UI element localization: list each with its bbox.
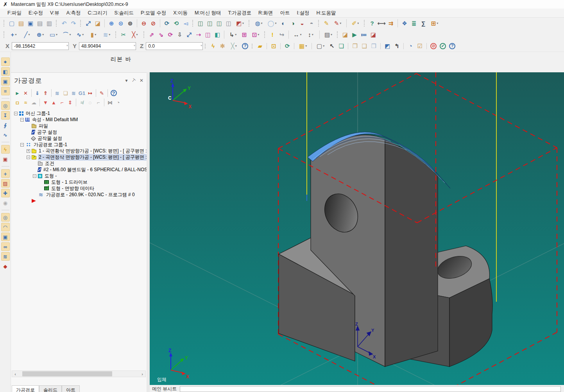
xform-split-icon[interactable]: ◫	[203, 30, 213, 39]
select-cursor-icon[interactable]: ↖	[327, 41, 337, 51]
expand-toggle[interactable]: −	[20, 118, 24, 122]
ghost-icon[interactable]: ☁	[30, 98, 38, 107]
menu-solids[interactable]: S:솔리드	[111, 9, 137, 18]
xform-project-icon[interactable]: ⇩	[175, 30, 184, 39]
fit-screen-icon[interactable]: ⤢	[84, 19, 93, 28]
view-front-icon[interactable]: ◫	[205, 19, 215, 28]
redo-icon[interactable]: ↷	[69, 19, 78, 28]
create-line-icon[interactable]: ╱	[20, 30, 34, 39]
addins-icon[interactable]: ❖	[400, 19, 409, 28]
scroll-thumb[interactable]	[22, 371, 112, 376]
graphics-viewport[interactable]: Z Y X Z Y X C	[150, 72, 564, 385]
menu-view[interactable]: V:뷰	[47, 9, 63, 18]
xform-scale-icon[interactable]: ⤢	[184, 30, 194, 39]
viewsheet-tab[interactable]	[180, 386, 561, 392]
tree-files[interactable]: 파일	[11, 123, 147, 129]
trim-icon[interactable]: ✂	[119, 30, 128, 39]
shade-hidden-icon[interactable]: ◑	[288, 19, 297, 28]
pin-icon[interactable]: ⊤	[130, 77, 137, 84]
help-circle-icon[interactable]: ?	[240, 41, 250, 51]
sigma-icon[interactable]: ∑	[419, 19, 428, 28]
move-down-icon[interactable]: ▼	[41, 98, 50, 107]
wcs-globe-icon[interactable]: ◍	[252, 19, 265, 28]
dim-horizontal-icon[interactable]: ↔	[291, 30, 304, 39]
menu-xform[interactable]: X:이동	[170, 9, 191, 18]
tp-face-icon[interactable]: ◧	[1, 67, 10, 76]
expand-toggle[interactable]: −	[14, 112, 18, 115]
xform-offset-icon[interactable]: ⇢	[194, 30, 203, 39]
expand-toggle[interactable]: +	[27, 149, 30, 153]
tp-circle-mill-icon[interactable]: ◎	[1, 101, 10, 110]
select-timeout-icon[interactable]: ◔	[406, 41, 415, 51]
menu-screen[interactable]: R:화면	[255, 9, 277, 18]
z-coord-input[interactable]	[146, 42, 203, 50]
tp-drill-icon[interactable]: ⌖	[1, 57, 10, 66]
expand-toggle[interactable]: −	[20, 143, 24, 147]
autocursor-config-icon[interactable]: ✻	[218, 41, 227, 51]
dynamic-gnomon-icon[interactable]: ◧	[213, 30, 222, 39]
create-surface-icon[interactable]: ≋	[100, 30, 113, 39]
y-coord-input[interactable]	[79, 42, 136, 50]
previous-view-icon[interactable]: ⟲	[172, 19, 181, 28]
cplane-sphere-icon[interactable]: ◯	[265, 19, 279, 28]
tab-toolpaths[interactable]: 가공경로	[12, 385, 39, 392]
xform-rotate-icon[interactable]: ⟳	[166, 30, 175, 39]
shade-wireframe-icon[interactable]: ◐	[279, 19, 288, 28]
analyze-chain-icon[interactable]: ⇉	[386, 19, 396, 28]
tool-x-icon[interactable]: ⇑	[41, 89, 50, 97]
tree-machine-group[interactable]: − 머신 그룹-1	[11, 110, 147, 116]
select-last-icon[interactable]: ↰	[392, 41, 401, 51]
tree-insert-marker[interactable]	[11, 198, 147, 204]
nesting-icon[interactable]: ⊡	[249, 30, 262, 39]
menu-toolpaths[interactable]: T:가공경로	[224, 9, 255, 18]
autocursor-icon[interactable]: ϟ	[208, 41, 218, 51]
screen-layout-icon[interactable]: ⊞	[428, 19, 441, 28]
tree-tool-settings[interactable]: 공구 설정	[11, 129, 147, 135]
solid-select-back-icon[interactable]: ❑	[360, 41, 369, 51]
panel-help-icon[interactable]: ?	[109, 89, 118, 97]
tp-solid-icon[interactable]: ◆	[1, 262, 10, 270]
backplot-icon[interactable]: ≋	[53, 89, 61, 97]
tp-pocket-icon[interactable]: ▣	[1, 77, 10, 86]
tp-clip-icon[interactable]: ∮	[1, 121, 10, 129]
tree-properties[interactable]: − 속성 - Mill Default MM	[11, 116, 147, 123]
unzoom-window-icon[interactable]: ⊖	[139, 19, 149, 28]
roll-icon[interactable]: ↳	[226, 30, 240, 39]
tool-export-icon[interactable]: ↦	[86, 89, 94, 97]
tp-point-drill-icon[interactable]: ↧	[1, 111, 10, 120]
print-icon[interactable]: ▤	[35, 19, 45, 28]
print-preview-icon[interactable]: ▥	[45, 19, 54, 28]
attributes-multi-icon[interactable]: ✎	[331, 19, 344, 28]
unzoom-icon[interactable]: ⊘	[149, 19, 158, 28]
generate-toolpath-icon[interactable]: ▶	[350, 30, 359, 39]
menu-machine-type[interactable]: M:머신 형태	[191, 9, 224, 18]
xform-move-icon[interactable]: ⇘	[156, 30, 166, 39]
break-icon[interactable]: ╳	[128, 30, 141, 39]
menu-create[interactable]: C:그리기	[84, 9, 111, 18]
regen-icon[interactable]: ≋	[70, 89, 78, 97]
tree-geometry[interactable]: − 도형 -	[11, 173, 147, 179]
tp-grid-off-icon[interactable]: ▨	[1, 179, 10, 188]
menu-edit[interactable]: E:수정	[25, 9, 47, 18]
z-coord-dropdown-icon[interactable]: ▾	[201, 44, 202, 47]
snap-toggle-icon[interactable]: ╳	[227, 41, 240, 51]
help2-icon[interactable]: ?	[448, 41, 457, 51]
tp-new-op-icon[interactable]: ＋	[1, 169, 10, 178]
tool-display-icon[interactable]: ⌐	[94, 98, 102, 107]
select-plane-icon[interactable]: ▦	[296, 41, 310, 51]
select-validate-icon[interactable]: ☑	[415, 41, 424, 51]
ops-manager-icon[interactable]: ≣	[409, 19, 419, 28]
close-icon[interactable]: ✕	[140, 78, 143, 83]
tp-pocket-rest-icon[interactable]: ▣	[1, 155, 10, 163]
panel-menu-chevron-icon[interactable]: ▾	[125, 78, 127, 83]
menu-file[interactable]: F:파일	[4, 9, 25, 18]
highlight-icon[interactable]: !	[268, 30, 277, 39]
x-coord-input[interactable]	[12, 42, 69, 50]
create-fillet-icon[interactable]: ⌒	[60, 30, 73, 39]
tree-toolpath-file[interactable]: 가공경로 - 260.9K - 020.NC - 프로그램 # 0	[11, 192, 147, 198]
analyze-entity-icon[interactable]: ?	[367, 19, 377, 28]
tp-quick-drill-icon[interactable]: ϟ	[1, 145, 10, 154]
menu-model-prep[interactable]: P:모델 수정	[137, 9, 170, 18]
feature-pencil-icon[interactable]: ✐	[349, 19, 362, 28]
scroll-ops-icon[interactable]: ⇕	[66, 98, 74, 107]
